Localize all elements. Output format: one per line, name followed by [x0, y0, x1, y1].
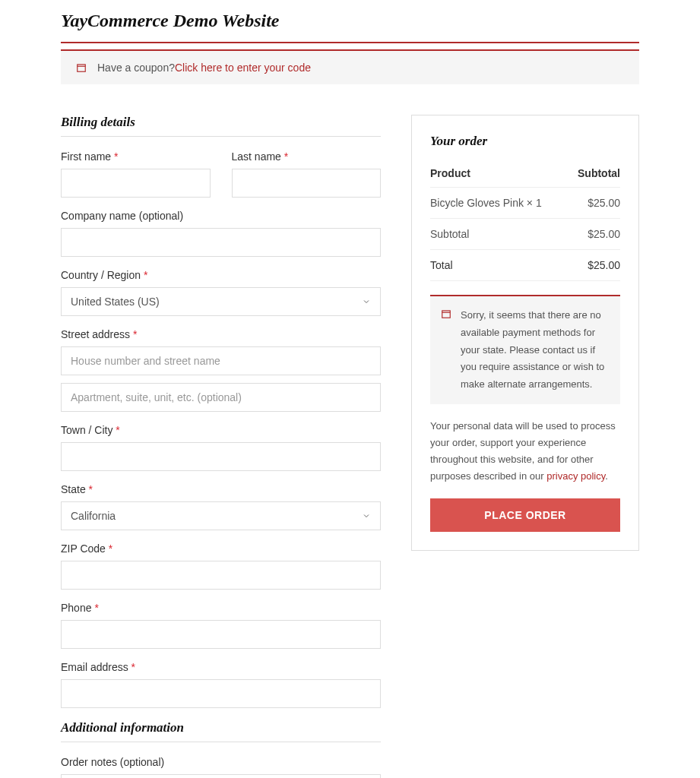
notes-textarea[interactable]	[61, 774, 381, 778]
privacy-text: Your personal data will be used to proce…	[430, 418, 620, 485]
last-name-label: Last name *	[232, 150, 382, 163]
zip-input[interactable]	[61, 561, 381, 590]
city-label: Town / City *	[61, 424, 381, 436]
notice-icon	[441, 308, 451, 319]
company-input[interactable]	[61, 228, 381, 257]
chevron-down-icon	[362, 297, 371, 306]
street-label: Street address *	[61, 328, 381, 340]
country-select[interactable]: United States (US)	[61, 287, 381, 316]
email-label: Email address *	[61, 661, 381, 673]
company-label: Company name (optional)	[61, 210, 381, 222]
country-label: Country / Region *	[61, 269, 381, 281]
svg-rect-0	[78, 65, 86, 71]
email-input[interactable]	[61, 679, 381, 708]
city-input[interactable]	[61, 442, 381, 471]
order-table: Product Subtotal Bicycle Gloves Pink × 1…	[430, 160, 620, 281]
order-panel: Your order Product Subtotal Bicycle Glov…	[411, 115, 639, 551]
state-label: State *	[61, 483, 381, 495]
first-name-input[interactable]	[61, 169, 211, 198]
place-order-button[interactable]: PLACE ORDER	[430, 498, 620, 532]
coupon-icon	[76, 62, 87, 73]
state-value: California	[71, 510, 116, 522]
state-select[interactable]: California	[61, 501, 381, 530]
order-line-item: Bicycle Gloves Pink × 1 $25.00	[430, 188, 620, 219]
country-value: United States (US)	[71, 296, 160, 308]
line-item-price: $25.00	[568, 188, 620, 219]
billing-heading: Billing details	[61, 115, 381, 137]
subtotal-value: $25.00	[568, 219, 620, 250]
chevron-down-icon	[362, 511, 371, 520]
notice-text: Sorry, it seems that there are no availa…	[461, 309, 604, 390]
street1-input[interactable]	[61, 346, 381, 375]
order-subtotal-row: Subtotal $25.00	[430, 219, 620, 250]
subtotal-header: Subtotal	[568, 160, 620, 188]
order-heading: Your order	[430, 134, 620, 155]
phone-input[interactable]	[61, 620, 381, 649]
product-header: Product	[430, 160, 568, 188]
first-name-label: First name *	[61, 150, 211, 163]
zip-label: ZIP Code *	[61, 542, 381, 555]
notes-label: Order notes (optional)	[61, 756, 381, 768]
coupon-banner: Have a coupon? Click here to enter your …	[61, 49, 639, 84]
order-total-row: Total $25.00	[430, 250, 620, 281]
payment-notice: Sorry, it seems that there are no availa…	[430, 295, 620, 404]
privacy-link[interactable]: privacy policy	[546, 470, 605, 482]
total-value: $25.00	[568, 250, 620, 281]
coupon-text: Have a coupon?	[97, 62, 175, 74]
additional-heading: Additional information	[61, 720, 381, 742]
phone-label: Phone *	[61, 602, 381, 614]
subtotal-label: Subtotal	[430, 219, 568, 250]
last-name-input[interactable]	[232, 169, 382, 198]
site-title: YayCommerce Demo Website	[61, 11, 639, 43]
street2-input[interactable]	[61, 383, 381, 412]
line-item-name: Bicycle Gloves Pink × 1	[430, 188, 568, 219]
coupon-link[interactable]: Click here to enter your code	[175, 62, 311, 74]
svg-rect-1	[442, 311, 451, 318]
total-label: Total	[430, 250, 568, 281]
